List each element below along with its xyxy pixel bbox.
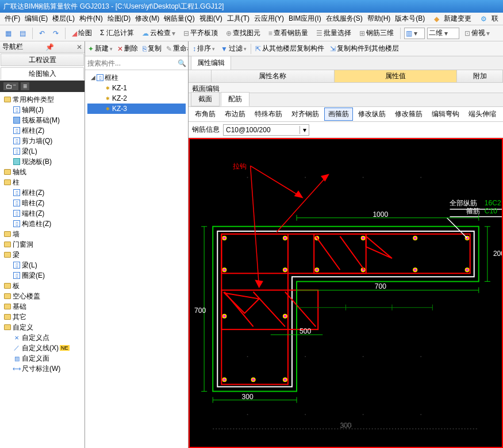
sort-button[interactable]: ↕排序▾ — [191, 43, 217, 54]
rebar-tool-8[interactable]: 端头伸缩 — [464, 108, 500, 121]
tree-item[interactable]: ▯剪力墙(Q) — [0, 136, 85, 146]
property-edit-tab[interactable]: 属性编辑 — [191, 56, 231, 70]
search-icon[interactable]: 🔍 — [176, 59, 188, 67]
rebar-tool-1[interactable]: 布边筋 — [221, 108, 249, 121]
view-mode-icon2[interactable]: ≡ — [21, 82, 29, 90]
svg-point-5 — [305, 356, 306, 357]
toolbar-icon-undo[interactable]: ↶ — [36, 28, 48, 39]
toolbar-icon-1[interactable]: ▦ — [2, 28, 14, 39]
tree-item[interactable]: 基础 — [0, 301, 85, 312]
menu-floor[interactable]: 楼层(L) — [50, 14, 77, 24]
tree-item[interactable]: 门窗洞 — [0, 239, 85, 250]
tree-item[interactable]: 柱 — [0, 177, 85, 187]
tree-item[interactable]: ▯构造柱(Z) — [0, 219, 85, 229]
menu-edit[interactable]: 编辑(E) — [22, 14, 50, 24]
tab-draw-input[interactable]: 绘图输入 — [1, 67, 84, 80]
rebar-info-field[interactable]: C10@100/200 ▾ — [223, 124, 309, 136]
menu-file[interactable]: 件(F) — [2, 14, 22, 24]
menu-component[interactable]: 构件(N) — [77, 14, 105, 24]
tree-item[interactable]: ▯框柱(Z) — [0, 187, 85, 198]
toolbar-view-rebar[interactable]: ≡查看钢筋量 — [266, 26, 311, 40]
menu-tool[interactable]: 工具(T) — [225, 14, 252, 24]
tree-root[interactable]: ◢ ▯ 框柱 — [87, 72, 186, 83]
view-mode-icon[interactable]: 🗀⁻ — [3, 82, 18, 90]
tree-item[interactable]: 板 — [0, 281, 85, 291]
toolbar-icon-2[interactable]: ▤ — [17, 28, 29, 39]
tree-item[interactable]: ／自定义线(X)NE — [0, 343, 85, 353]
tree-item[interactable]: 墙 — [0, 229, 85, 239]
toolbar-batch-select[interactable]: ☰批量选择 — [313, 26, 354, 40]
pin-icon[interactable]: 📌 — [45, 43, 54, 51]
rename-button[interactable]: ✎重命名 — [164, 43, 188, 54]
menu-version[interactable]: 版本号(B) — [393, 14, 427, 24]
tree-item[interactable]: ▯圈梁(E) — [0, 270, 85, 281]
section-canvas[interactable]: 1000 200 700 700 500 300 拉钩 全部纵筋 箍筋 16C2… — [189, 138, 503, 448]
nav-tree[interactable]: 常用构件类型▯轴网(J)筏板基础(M)▯框柱(Z)▯剪力墙(Q)▯梁(L)现浇板… — [0, 92, 85, 448]
rebar-tool-6[interactable]: 修改箍筋 — [391, 108, 427, 121]
copy-to-floor-button[interactable]: ⇲复制构件到其他楼层 — [328, 43, 401, 54]
toolbar-rebar-3d[interactable]: ⊞钢筋三维 — [356, 26, 397, 40]
new-button[interactable]: ✦新建▾ — [86, 43, 114, 54]
menu-cloud[interactable]: 云应用(Y) — [252, 14, 286, 24]
tree-item[interactable]: 空心楼盖 — [0, 291, 85, 301]
toolbar-top-view[interactable]: ⊡俯视▾ — [462, 26, 493, 40]
filter-button[interactable]: ▼过滤▾ — [219, 43, 248, 54]
toolbar-sum[interactable]: Σ 汇总计算 — [97, 26, 137, 40]
copy-from-floor-button[interactable]: ⇱从其他楼层复制构件 — [254, 43, 326, 54]
toolbar-find[interactable]: ⊕查找图元 — [223, 26, 263, 40]
menu-bim[interactable]: BIM应用(I) — [286, 14, 324, 24]
tab-rebar[interactable]: 配筋 — [221, 92, 249, 106]
rebar-toolbar: 布角筋布边筋特殊布筋对齐钢筋画箍筋修改纵筋修改箍筋编辑弯钩端头伸缩删除 — [189, 107, 503, 122]
tree-item[interactable]: 筏板基础(M) — [0, 115, 85, 125]
tree-item[interactable]: ⟷尺寸标注(W) — [0, 363, 85, 374]
tab-project-setting[interactable]: 工程设置 — [1, 53, 84, 66]
rebar-tool-3[interactable]: 对齐钢筋 — [287, 108, 323, 121]
menu-draw[interactable]: 绘图(D) — [105, 14, 133, 24]
new-change-button[interactable]: 新建变更 — [441, 14, 474, 24]
svg-point-8 — [247, 177, 248, 178]
svg-point-45 — [284, 378, 286, 381]
toolbar-draw[interactable]: ◢绘图 — [69, 26, 95, 40]
component-tree[interactable]: ◢ ▯ 框柱 ✱KZ-1✱KZ-2✱KZ-3 — [85, 70, 188, 448]
view-mode-combo[interactable]: 二维▾ — [427, 28, 459, 39]
menu-rebar[interactable]: 钢筋量(Q) — [162, 14, 197, 24]
section-tabs: 截面 配筋 — [189, 93, 503, 107]
component-item[interactable]: ✱KZ-3 — [87, 104, 186, 114]
toolbar-icon-combo[interactable]: ▥▾ — [404, 28, 425, 39]
tree-item[interactable]: 自定义 — [0, 322, 85, 332]
delete-button[interactable]: ✕删除 — [116, 43, 140, 54]
tree-item[interactable]: 轴线 — [0, 167, 85, 177]
menu-view[interactable]: 视图(V) — [197, 14, 225, 24]
tree-item[interactable]: ✕自定义点 — [0, 332, 85, 343]
tree-item[interactable]: 其它 — [0, 312, 85, 322]
svg-line-54 — [277, 174, 329, 232]
tree-item[interactable]: ▨自定义面 — [0, 353, 85, 363]
tree-item[interactable]: ▯梁(L) — [0, 146, 85, 156]
rebar-tool-2[interactable]: 特殊布筋 — [251, 108, 286, 121]
tab-section[interactable]: 截面 — [191, 92, 220, 106]
tree-item[interactable]: 常用构件类型 — [0, 94, 85, 105]
rebar-tool-5[interactable]: 修改纵筋 — [354, 108, 390, 121]
component-item[interactable]: ✱KZ-2 — [87, 93, 186, 104]
link-button[interactable]: 联 — [489, 14, 501, 24]
rebar-tool-0[interactable]: 布角筋 — [191, 108, 220, 121]
tree-item[interactable]: ▯框柱(Z) — [0, 125, 85, 136]
toolbar-icon-redo[interactable]: ↷ — [50, 28, 62, 39]
tree-item[interactable]: ▯暗柱(Z) — [0, 198, 85, 208]
tree-item[interactable]: 梁 — [0, 250, 85, 260]
copy-button[interactable]: ⎘复制 — [141, 43, 163, 54]
rebar-tool-4[interactable]: 画箍筋 — [324, 108, 353, 121]
menu-modify[interactable]: 修改(M) — [133, 14, 162, 24]
menu-help[interactable]: 帮助(H) — [365, 14, 393, 24]
tree-item[interactable]: ▯端柱(Z) — [0, 208, 85, 219]
toolbar-cloud-check[interactable]: ☁云检查▾ — [139, 26, 178, 40]
tree-item[interactable]: ▯梁(L) — [0, 260, 85, 270]
toolbar-align-slab[interactable]: ⊟平齐板顶 — [181, 26, 221, 40]
tree-item[interactable]: 现浇板(B) — [0, 156, 85, 167]
tree-item[interactable]: ▯轴网(J) — [0, 105, 85, 115]
close-icon[interactable]: ✕ — [76, 43, 82, 51]
component-item[interactable]: ✱KZ-1 — [87, 83, 186, 93]
rebar-tool-7[interactable]: 编辑弯钩 — [428, 108, 463, 121]
search-input[interactable] — [85, 57, 176, 70]
menu-online[interactable]: 在线服务(S) — [324, 14, 365, 24]
